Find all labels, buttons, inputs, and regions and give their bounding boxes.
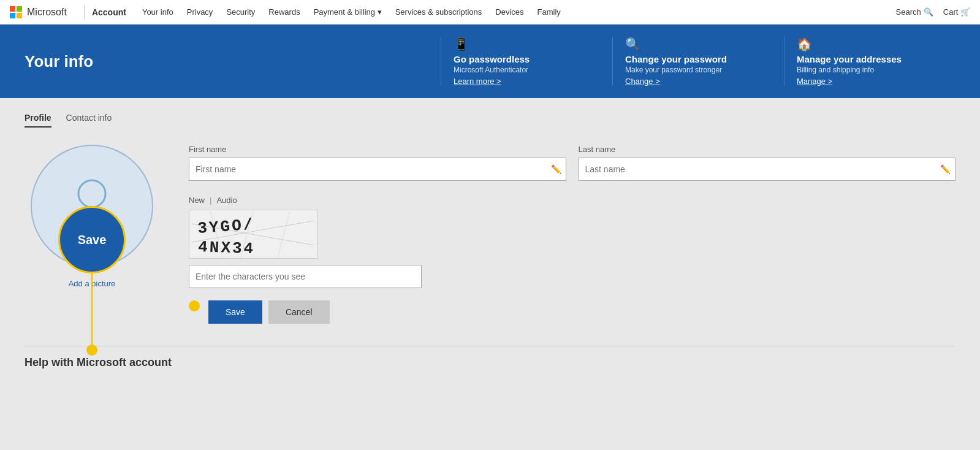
first-name-input-wrapper: ✏️ [189, 158, 566, 181]
nav-links: Your info Privacy Security Rewards Payme… [136, 5, 896, 19]
cart-icon: 🛒 [960, 7, 970, 17]
captcha-new-link[interactable]: New [189, 196, 205, 205]
tabs: Profile Contact info [25, 113, 955, 128]
banner-title: Your info [25, 52, 196, 71]
last-name-input[interactable] [579, 158, 956, 181]
avatar-area: Save Add a picture [25, 145, 159, 288]
passwordless-sub: Microsoft Authenticator [454, 66, 600, 74]
captcha-image: 3YGO/ 4NX34 [189, 210, 317, 259]
save-overlay-label: Save [78, 233, 107, 247]
addresses-icon: 🏠 [797, 37, 943, 51]
tab-contact-info[interactable]: Contact info [66, 113, 112, 128]
microsoft-logo[interactable]: Microsoft [10, 6, 67, 18]
content-wrapper: Save Add a picture First name [25, 145, 955, 369]
banner: Your info 📱 Go passwordless Microsoft Au… [0, 25, 980, 98]
nav-link-services[interactable]: Services & subscriptions [389, 5, 488, 19]
search-icon: 🔍 [924, 7, 933, 17]
addresses-link[interactable]: Manage > [797, 77, 943, 86]
nav-right: Search 🔍 Cart 🛒 [896, 7, 970, 17]
password-title: Change your password [625, 54, 772, 64]
nav-link-devices[interactable]: Devices [489, 5, 530, 19]
captcha-separator: | [210, 196, 211, 205]
svg-text:4NX34: 4NX34 [198, 238, 256, 257]
banner-action-password: 🔍 Change your password Make your passwor… [612, 37, 784, 86]
captcha-audio-link[interactable]: Audio [216, 196, 237, 205]
password-link[interactable]: Change > [625, 77, 772, 86]
add-picture-anchor[interactable]: Add a picture [69, 279, 116, 288]
first-name-input[interactable] [189, 158, 566, 181]
cancel-button[interactable]: Cancel [268, 300, 330, 324]
section-label: Account [92, 7, 126, 17]
annotation-wrapper: Save [31, 145, 153, 267]
passwordless-link[interactable]: Learn more > [454, 77, 600, 86]
passwordless-icon: 📱 [454, 37, 600, 51]
addresses-sub: Billing and shipping info [797, 66, 943, 74]
svg-point-0 [78, 180, 105, 207]
nav-divider [84, 5, 85, 20]
nav-link-privacy[interactable]: Privacy [181, 5, 219, 19]
search-label: Search [896, 7, 921, 17]
last-name-label: Last name [579, 145, 956, 154]
last-name-input-wrapper: ✏️ [579, 158, 956, 181]
name-row: First name ✏️ Last name ✏️ [189, 145, 955, 181]
top-navigation: Microsoft Account Your info Privacy Secu… [0, 0, 980, 25]
search-button[interactable]: Search 🔍 [896, 7, 933, 17]
banner-action-passwordless: 📱 Go passwordless Microsoft Authenticato… [441, 37, 612, 86]
main-content: Profile Contact info [0, 98, 980, 405]
help-section: Help with Microsoft account [25, 346, 955, 369]
save-dot-annotation [189, 300, 200, 311]
svg-text:3YGO/: 3YGO/ [197, 215, 255, 237]
first-name-edit-icon[interactable]: ✏️ [551, 164, 561, 174]
cart-label: Cart [943, 7, 959, 17]
add-picture-link[interactable]: Add a picture [69, 278, 116, 288]
nav-link-rewards[interactable]: Rewards [262, 5, 306, 19]
first-name-field: First name ✏️ [189, 145, 566, 181]
ms-logo-icon [10, 6, 22, 18]
banner-action-addresses: 🏠 Manage your addresses Billing and ship… [784, 37, 955, 86]
tab-profile[interactable]: Profile [25, 113, 51, 128]
nav-link-your-info[interactable]: Your info [136, 5, 180, 19]
captcha-section: New | Audio 3YGO/ [189, 196, 955, 288]
save-overlay-circle[interactable]: Save [58, 206, 126, 273]
passwordless-title: Go passwordless [454, 54, 600, 64]
nav-link-security[interactable]: Security [220, 5, 261, 19]
nav-link-payment[interactable]: Payment & billing ▾ [308, 5, 388, 19]
nav-link-family[interactable]: Family [531, 5, 567, 19]
first-name-label: First name [189, 145, 566, 154]
password-sub: Make your password stronger [625, 66, 772, 74]
form-area: First name ✏️ Last name ✏️ [189, 145, 955, 324]
save-button[interactable]: Save [208, 300, 262, 324]
last-name-field: Last name ✏️ [579, 145, 956, 181]
profile-section: Save Add a picture First name [25, 145, 955, 324]
action-buttons: Save Cancel [189, 300, 955, 324]
svg-line-7 [278, 212, 290, 257]
help-title: Help with Microsoft account [25, 356, 955, 369]
captcha-header: New | Audio [189, 196, 955, 205]
brand-name: Microsoft [27, 7, 67, 18]
last-name-edit-icon[interactable]: ✏️ [940, 164, 951, 174]
addresses-title: Manage your addresses [797, 54, 943, 64]
password-icon: 🔍 [625, 37, 772, 51]
banner-actions: 📱 Go passwordless Microsoft Authenticato… [196, 37, 955, 86]
captcha-svg: 3YGO/ 4NX34 [192, 212, 314, 257]
cart-button[interactable]: Cart 🛒 [943, 7, 970, 17]
captcha-input[interactable] [189, 265, 422, 288]
